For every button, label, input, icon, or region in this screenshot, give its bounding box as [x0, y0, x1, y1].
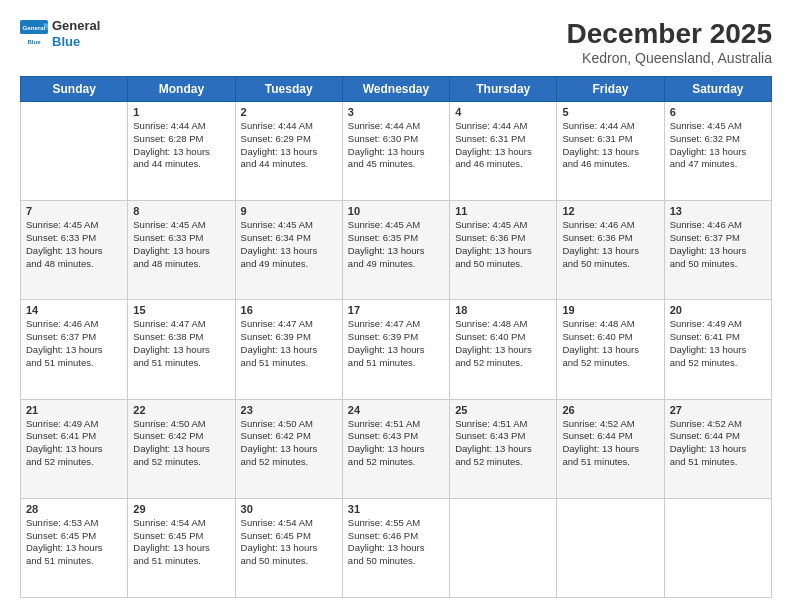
calendar-cell: 6Sunrise: 4:45 AM Sunset: 6:32 PM Daylig…	[664, 102, 771, 201]
calendar-cell: 12Sunrise: 4:46 AM Sunset: 6:36 PM Dayli…	[557, 201, 664, 300]
weekday-header-tuesday: Tuesday	[235, 77, 342, 102]
calendar-cell: 7Sunrise: 4:45 AM Sunset: 6:33 PM Daylig…	[21, 201, 128, 300]
day-number: 9	[241, 205, 337, 217]
day-number: 21	[26, 404, 122, 416]
weekday-header-wednesday: Wednesday	[342, 77, 449, 102]
svg-text:General: General	[23, 23, 46, 30]
day-info: Sunrise: 4:50 AM Sunset: 6:42 PM Dayligh…	[241, 418, 337, 469]
calendar-cell: 20Sunrise: 4:49 AM Sunset: 6:41 PM Dayli…	[664, 300, 771, 399]
day-number: 16	[241, 304, 337, 316]
day-info: Sunrise: 4:48 AM Sunset: 6:40 PM Dayligh…	[455, 318, 551, 369]
day-info: Sunrise: 4:53 AM Sunset: 6:45 PM Dayligh…	[26, 517, 122, 568]
day-info: Sunrise: 4:50 AM Sunset: 6:42 PM Dayligh…	[133, 418, 229, 469]
day-number: 25	[455, 404, 551, 416]
calendar-cell: 11Sunrise: 4:45 AM Sunset: 6:36 PM Dayli…	[450, 201, 557, 300]
header: General Blue General Blue December 2025 …	[20, 18, 772, 66]
weekday-header-thursday: Thursday	[450, 77, 557, 102]
day-number: 17	[348, 304, 444, 316]
day-info: Sunrise: 4:51 AM Sunset: 6:43 PM Dayligh…	[348, 418, 444, 469]
calendar-cell: 27Sunrise: 4:52 AM Sunset: 6:44 PM Dayli…	[664, 399, 771, 498]
logo-general: General	[52, 18, 100, 33]
weekday-header-saturday: Saturday	[664, 77, 771, 102]
calendar-cell: 24Sunrise: 4:51 AM Sunset: 6:43 PM Dayli…	[342, 399, 449, 498]
calendar-cell: 26Sunrise: 4:52 AM Sunset: 6:44 PM Dayli…	[557, 399, 664, 498]
calendar-cell: 30Sunrise: 4:54 AM Sunset: 6:45 PM Dayli…	[235, 498, 342, 597]
day-number: 30	[241, 503, 337, 515]
day-number: 11	[455, 205, 551, 217]
week-row-3: 14Sunrise: 4:46 AM Sunset: 6:37 PM Dayli…	[21, 300, 772, 399]
day-number: 12	[562, 205, 658, 217]
day-number: 6	[670, 106, 766, 118]
calendar-cell: 28Sunrise: 4:53 AM Sunset: 6:45 PM Dayli…	[21, 498, 128, 597]
day-info: Sunrise: 4:49 AM Sunset: 6:41 PM Dayligh…	[670, 318, 766, 369]
calendar-cell: 13Sunrise: 4:46 AM Sunset: 6:37 PM Dayli…	[664, 201, 771, 300]
calendar-cell	[21, 102, 128, 201]
location-subtitle: Kedron, Queensland, Australia	[567, 50, 772, 66]
calendar-cell: 1Sunrise: 4:44 AM Sunset: 6:28 PM Daylig…	[128, 102, 235, 201]
calendar-cell: 4Sunrise: 4:44 AM Sunset: 6:31 PM Daylig…	[450, 102, 557, 201]
day-number: 14	[26, 304, 122, 316]
day-number: 28	[26, 503, 122, 515]
logo-icon: General Blue	[20, 20, 48, 48]
day-info: Sunrise: 4:45 AM Sunset: 6:35 PM Dayligh…	[348, 219, 444, 270]
day-number: 13	[670, 205, 766, 217]
day-info: Sunrise: 4:46 AM Sunset: 6:37 PM Dayligh…	[670, 219, 766, 270]
calendar-cell	[557, 498, 664, 597]
calendar-cell	[664, 498, 771, 597]
day-info: Sunrise: 4:52 AM Sunset: 6:44 PM Dayligh…	[670, 418, 766, 469]
day-info: Sunrise: 4:55 AM Sunset: 6:46 PM Dayligh…	[348, 517, 444, 568]
weekday-header-monday: Monday	[128, 77, 235, 102]
logo-blue: Blue	[52, 34, 80, 49]
week-row-4: 21Sunrise: 4:49 AM Sunset: 6:41 PM Dayli…	[21, 399, 772, 498]
day-info: Sunrise: 4:44 AM Sunset: 6:31 PM Dayligh…	[455, 120, 551, 171]
day-info: Sunrise: 4:45 AM Sunset: 6:33 PM Dayligh…	[133, 219, 229, 270]
day-info: Sunrise: 4:45 AM Sunset: 6:33 PM Dayligh…	[26, 219, 122, 270]
calendar-cell: 21Sunrise: 4:49 AM Sunset: 6:41 PM Dayli…	[21, 399, 128, 498]
day-info: Sunrise: 4:45 AM Sunset: 6:36 PM Dayligh…	[455, 219, 551, 270]
day-number: 8	[133, 205, 229, 217]
calendar-cell: 5Sunrise: 4:44 AM Sunset: 6:31 PM Daylig…	[557, 102, 664, 201]
week-row-2: 7Sunrise: 4:45 AM Sunset: 6:33 PM Daylig…	[21, 201, 772, 300]
day-number: 19	[562, 304, 658, 316]
calendar-cell: 22Sunrise: 4:50 AM Sunset: 6:42 PM Dayli…	[128, 399, 235, 498]
day-number: 2	[241, 106, 337, 118]
day-number: 15	[133, 304, 229, 316]
weekday-header-row: SundayMondayTuesdayWednesdayThursdayFrid…	[21, 77, 772, 102]
calendar-cell: 29Sunrise: 4:54 AM Sunset: 6:45 PM Dayli…	[128, 498, 235, 597]
logo: General Blue General Blue	[20, 18, 100, 49]
calendar-page: General Blue General Blue December 2025 …	[0, 0, 792, 612]
calendar-cell: 16Sunrise: 4:47 AM Sunset: 6:39 PM Dayli…	[235, 300, 342, 399]
day-info: Sunrise: 4:46 AM Sunset: 6:36 PM Dayligh…	[562, 219, 658, 270]
day-number: 1	[133, 106, 229, 118]
calendar-cell: 18Sunrise: 4:48 AM Sunset: 6:40 PM Dayli…	[450, 300, 557, 399]
logo-text: General Blue	[52, 18, 100, 49]
calendar-cell: 10Sunrise: 4:45 AM Sunset: 6:35 PM Dayli…	[342, 201, 449, 300]
day-info: Sunrise: 4:44 AM Sunset: 6:30 PM Dayligh…	[348, 120, 444, 171]
day-number: 23	[241, 404, 337, 416]
day-info: Sunrise: 4:51 AM Sunset: 6:43 PM Dayligh…	[455, 418, 551, 469]
calendar-cell: 19Sunrise: 4:48 AM Sunset: 6:40 PM Dayli…	[557, 300, 664, 399]
calendar-cell: 15Sunrise: 4:47 AM Sunset: 6:38 PM Dayli…	[128, 300, 235, 399]
day-info: Sunrise: 4:52 AM Sunset: 6:44 PM Dayligh…	[562, 418, 658, 469]
week-row-5: 28Sunrise: 4:53 AM Sunset: 6:45 PM Dayli…	[21, 498, 772, 597]
day-number: 5	[562, 106, 658, 118]
day-number: 24	[348, 404, 444, 416]
day-info: Sunrise: 4:49 AM Sunset: 6:41 PM Dayligh…	[26, 418, 122, 469]
day-number: 27	[670, 404, 766, 416]
day-info: Sunrise: 4:46 AM Sunset: 6:37 PM Dayligh…	[26, 318, 122, 369]
calendar-cell: 17Sunrise: 4:47 AM Sunset: 6:39 PM Dayli…	[342, 300, 449, 399]
day-number: 22	[133, 404, 229, 416]
day-info: Sunrise: 4:54 AM Sunset: 6:45 PM Dayligh…	[133, 517, 229, 568]
day-number: 7	[26, 205, 122, 217]
calendar-cell: 25Sunrise: 4:51 AM Sunset: 6:43 PM Dayli…	[450, 399, 557, 498]
calendar-cell: 8Sunrise: 4:45 AM Sunset: 6:33 PM Daylig…	[128, 201, 235, 300]
calendar-cell: 31Sunrise: 4:55 AM Sunset: 6:46 PM Dayli…	[342, 498, 449, 597]
day-info: Sunrise: 4:44 AM Sunset: 6:31 PM Dayligh…	[562, 120, 658, 171]
calendar-table: SundayMondayTuesdayWednesdayThursdayFrid…	[20, 76, 772, 598]
day-info: Sunrise: 4:54 AM Sunset: 6:45 PM Dayligh…	[241, 517, 337, 568]
calendar-cell: 23Sunrise: 4:50 AM Sunset: 6:42 PM Dayli…	[235, 399, 342, 498]
day-number: 3	[348, 106, 444, 118]
svg-text:Blue: Blue	[27, 37, 41, 44]
day-info: Sunrise: 4:47 AM Sunset: 6:39 PM Dayligh…	[241, 318, 337, 369]
calendar-cell: 3Sunrise: 4:44 AM Sunset: 6:30 PM Daylig…	[342, 102, 449, 201]
